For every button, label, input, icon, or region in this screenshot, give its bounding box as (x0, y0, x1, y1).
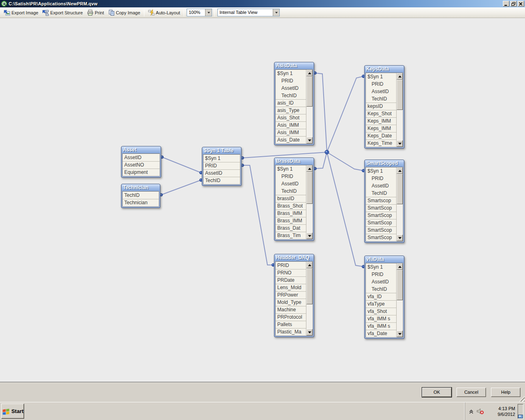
scrollbar-thumb[interactable] (306, 268, 313, 304)
restore-button[interactable] (510, 1, 517, 7)
resize-grip[interactable] (519, 396, 525, 402)
field-row: Brass_IMM (276, 217, 306, 224)
table-scrollbar[interactable] (306, 70, 313, 144)
scrollbar-thumb[interactable] (306, 76, 313, 107)
table-syn1table[interactable]: $Syn 1 Table$Syn 1PRIDAssetIDTechID (202, 147, 242, 186)
connector-dot-highlight (160, 194, 161, 195)
zoom-dropdown-arrow-icon[interactable] (205, 9, 212, 16)
print-icon (87, 9, 94, 16)
field-row: vfa_ID (366, 293, 396, 300)
table-title-asset[interactable]: Asset (122, 146, 160, 153)
connection-line (315, 152, 327, 169)
connection-line (242, 152, 327, 158)
table-asset[interactable]: AssetAssetIDAssetNOEquipment (121, 146, 161, 178)
table-scrollbar[interactable] (396, 263, 403, 337)
table-title-vfadata[interactable]: vfaData (365, 256, 404, 263)
scroll-down-arrow-icon[interactable] (397, 140, 403, 147)
field-row: SmartScop (366, 204, 396, 212)
view-mode-combobox[interactable]: Internal Table View (217, 9, 280, 16)
table-vfadata[interactable]: vfaData$Syn 1PRIDAssetIDTechIDvfa_IDvfaT… (364, 256, 404, 339)
table-title-kepsdata[interactable]: KepsData (365, 66, 404, 73)
scroll-down-arrow-icon[interactable] (306, 329, 313, 336)
scroll-down-arrow-icon[interactable] (306, 137, 313, 144)
table-technician[interactable]: TechnicianTechIDTechnician (121, 184, 160, 208)
export-structure-button[interactable]: Export Structure (40, 8, 84, 17)
scroll-up-arrow-icon[interactable] (306, 262, 313, 268)
close-button[interactable] (518, 1, 524, 7)
volume-muted-icon[interactable] (477, 408, 484, 415)
scrollbar-thumb[interactable] (306, 172, 313, 204)
minimize-button[interactable] (503, 1, 509, 7)
table-headder-daq[interactable]: Headder_DAQPRIDPRNOPRDateLens_MoldPRPowe… (274, 254, 314, 337)
scroll-down-arrow-icon[interactable] (397, 331, 403, 337)
view-dropdown-arrow-icon[interactable] (273, 9, 279, 16)
scrollbar-thumb[interactable] (397, 80, 403, 110)
scroll-up-arrow-icon[interactable] (397, 263, 403, 270)
export-image-button[interactable]: Export Image (2, 8, 40, 17)
field-row: AssetNO (123, 161, 160, 169)
table-title-technician[interactable]: Technician (122, 184, 160, 191)
field-row: Technician (123, 199, 159, 206)
toolbar-separator (144, 9, 144, 16)
connector-dot-highlight (363, 75, 363, 76)
table-title-headder-daq[interactable]: Headder_DAQ (275, 254, 313, 261)
scroll-up-arrow-icon[interactable] (397, 73, 403, 80)
table-title-syn1table[interactable]: $Syn 1 Table (203, 147, 241, 154)
export-image-label: Export Image (11, 10, 38, 15)
field-row: PRID (276, 262, 306, 269)
table-title-brassdata[interactable]: BrassData (275, 158, 313, 165)
table-scrollbar[interactable] (306, 262, 313, 336)
connection-line (162, 157, 201, 173)
field-row: Keps_Shot (366, 110, 396, 117)
table-brassdata[interactable]: BrassData$Syn 1PRIDAssetIDTechIDbrassIDB… (274, 158, 314, 241)
table-title-smartscoped[interactable]: SmartScoped (365, 160, 404, 167)
print-label: Print (95, 10, 104, 15)
scroll-up-arrow-icon[interactable] (397, 167, 403, 174)
table-asisdata[interactable]: AsisData$Syn 1PRIDAssetIDTechIDasis_IDas… (274, 62, 314, 145)
field-row: TechID (123, 192, 159, 199)
field-row: Machine (276, 306, 306, 313)
field-row: AssetID (123, 154, 160, 161)
field-row: $Syn 1 (276, 165, 306, 173)
table-smartscoped[interactable]: SmartScoped$Syn 1PRIDAssetIDTechIDSmarts… (364, 160, 404, 243)
table-fields-syn1table: $Syn 1PRIDAssetIDTechID (203, 154, 240, 185)
tray-time: 4:13 PM (486, 406, 515, 411)
scroll-down-arrow-icon[interactable] (306, 233, 313, 239)
show-desktop-button[interactable] (518, 404, 523, 419)
field-row: vfa_Shot (366, 308, 396, 315)
table-scrollbar[interactable] (396, 73, 403, 147)
field-row: Brass_Dat (276, 224, 306, 232)
field-row: TechID (276, 92, 306, 99)
zoom-combobox[interactable]: 100% (187, 9, 212, 16)
table-scrollbar[interactable] (306, 165, 313, 239)
auto-layout-button[interactable]: Auto-Layout (146, 8, 182, 17)
table-fields-asisdata: $Syn 1PRIDAssetIDTechIDasis_IDasis_TypeA… (275, 69, 313, 144)
scroll-up-arrow-icon[interactable] (306, 165, 313, 172)
scroll-down-arrow-icon[interactable] (397, 235, 403, 241)
copy-image-button[interactable]: Copy Image (106, 8, 142, 17)
field-row: TechID (366, 285, 396, 293)
table-title-asisdata[interactable]: AsisData (275, 62, 313, 69)
help-button[interactable]: Help (491, 388, 520, 397)
table-scrollbar[interactable] (396, 167, 403, 241)
connector-dot-highlight (242, 164, 242, 165)
scroll-up-arrow-icon[interactable] (306, 70, 313, 76)
connector-dot-highlight (272, 264, 273, 265)
ok-button[interactable]: OK (422, 388, 452, 397)
field-row: asis_ID (276, 99, 306, 107)
scrollbar-thumb[interactable] (397, 174, 403, 204)
field-row: PRID (366, 80, 396, 88)
scrollbar-thumb[interactable] (397, 270, 403, 300)
toolbar-separator (215, 9, 215, 16)
table-fields-smartscoped: $Syn 1PRIDAssetIDTechIDSmartscopSmartSco… (365, 167, 403, 242)
field-row: AssetID (366, 278, 396, 285)
window-title: C:\Satish\PR\Applications\NewPRM.qvw (9, 1, 98, 6)
start-button[interactable]: Start (1, 404, 24, 419)
field-row: PRID (203, 162, 240, 169)
chevron-up-icon[interactable] (468, 409, 474, 414)
print-button[interactable]: Print (85, 8, 106, 17)
table-kepsdata[interactable]: KepsData$Syn 1PRIDAssetIDTechIDkepsIDKep… (364, 65, 404, 148)
field-row: TechID (366, 189, 396, 197)
connections-layer (0, 18, 525, 382)
cancel-button[interactable]: Cancel (457, 388, 486, 397)
